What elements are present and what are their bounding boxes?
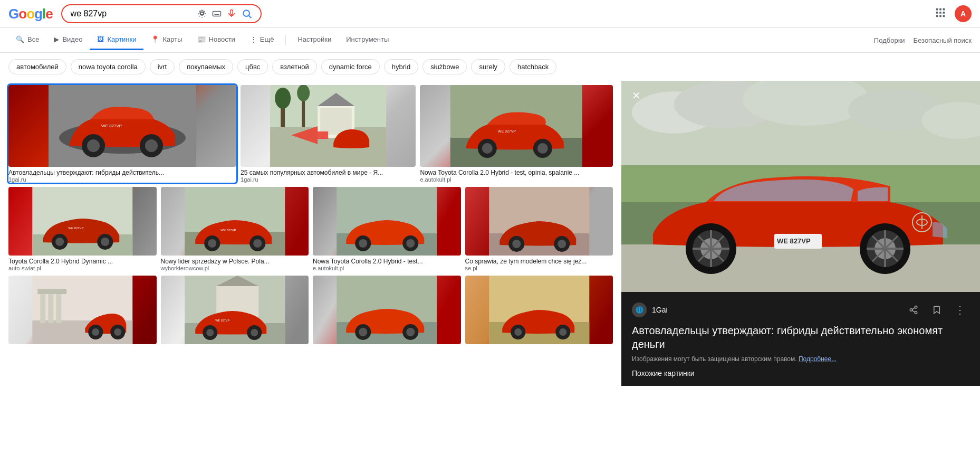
camera-search-button[interactable] [197,9,207,18]
image-thumb-2 [241,85,416,167]
chip-sluzbowe[interactable]: służbowe [422,59,467,74]
image-item-7[interactable]: Co sprawia, że tym modelem chce się jeź.… [465,187,613,271]
tab-news[interactable]: 📰 Новости [190,30,243,50]
tab-more[interactable]: ⋮ Ещё [243,30,282,50]
chip-pokupayemykh[interactable]: покупаемых [179,59,233,74]
logo-g2: g [34,6,42,22]
panel-image-area[interactable]: WE 827VP [621,81,980,292]
panel-copyright: Изображения могут быть защищены авторски… [632,355,969,363]
svg-point-93 [359,328,367,336]
news-tab-icon: 📰 [197,35,206,43]
panel-similar-link[interactable]: Похожие картинки [632,369,969,377]
image-item-4[interactable]: WE 827VP Toyota Corolla 2.0 Hybrid Dynam… [8,187,157,271]
collections-link[interactable]: Подборки [874,36,905,44]
tools-tab[interactable]: Инструменты [339,30,396,50]
logo-e: e [45,6,52,22]
image-thumb-6 [313,187,461,256]
svg-rect-15 [936,12,938,14]
image-row-2: WE 827VP Toyota Corolla 2.0 Hybrid Dynam… [8,187,613,271]
svg-rect-111 [621,244,980,292]
image-item-6[interactable]: Nowa Toyota Corolla 2.0 Hybrid - test...… [313,187,461,271]
tab-maps[interactable]: 📍 Карты [143,30,189,50]
svg-point-68 [512,240,521,248]
save-button[interactable] [927,300,946,319]
images-tab-icon: 🖼 [97,35,104,43]
image-thumb-4: WE 827VP [8,187,157,256]
svg-rect-13 [939,8,941,10]
image-item-2[interactable]: 25 самых популярных автомобилей в мире -… [241,85,416,183]
tab-images[interactable]: 🖼 Картинки [90,30,143,50]
svg-rect-12 [936,8,938,10]
panel-source-icon: 🌐 [632,303,647,317]
logo-g: G [8,6,18,22]
tab-video[interactable]: ▶ Видео [46,30,90,50]
keyboard-button[interactable] [212,9,222,18]
svg-text:WE 827VP: WE 827VP [498,129,516,133]
search-input[interactable] [71,9,193,18]
google-logo[interactable]: Google [8,6,53,22]
svg-point-99 [514,328,522,336]
share-button[interactable] [904,300,923,319]
caption-5: Nowy lider sprzedaży w Polsce. Pola... [161,258,309,265]
svg-rect-14 [943,8,945,10]
svg-point-86 [206,329,214,336]
apps-button[interactable] [935,7,946,21]
svg-text:WE 827VP: WE 827VP [220,229,236,232]
svg-rect-16 [939,12,941,14]
tab-all[interactable]: 🔍 Все [8,30,46,50]
image-item-9[interactable]: WE 827VP [161,276,309,344]
source-6: e.autokult.pl [313,265,461,271]
video-tab-icon: ▶ [54,35,59,43]
svg-rect-74 [48,291,53,323]
svg-point-57 [253,239,262,248]
svg-point-70 [558,240,566,248]
svg-rect-2 [213,12,220,16]
chip-cbvs[interactable]: цбвс [237,59,268,74]
header-right: A [935,5,972,22]
chip-ivrt[interactable]: ivrt [150,59,175,74]
svg-text:WE 827VP: WE 827VP [777,237,811,245]
chip-hybrid[interactable]: hybrid [384,59,418,74]
header: Google A [0,0,980,28]
image-item-5[interactable]: WE 827VP Nowy lider sprzedaży w Polsce. … [161,187,309,271]
image-grid: WE 827VP Автовладельцы утверждают: гибри… [0,81,621,386]
svg-point-26 [145,139,158,152]
chip-vzletnoy[interactable]: взлетной [272,59,317,74]
chip-surely[interactable]: surely [471,59,505,74]
panel-source-row: 🌐 1Gai ⋮ [632,300,969,319]
panel-source-name[interactable]: 1Gai [652,306,668,314]
svg-point-24 [87,139,100,152]
search-tab-icon: 🔍 [16,35,24,43]
search-bar[interactable] [61,4,262,23]
main-layout: WE 827VP Автовладельцы утверждают: гибри… [0,81,980,386]
safe-search-link[interactable]: Безопасный поиск [914,36,972,44]
copyright-link[interactable]: Подробнее... [799,355,837,363]
image-thumb-3: WE 827VP [420,85,613,167]
image-item-3[interactable]: WE 827VP Nowa Toyota Corolla 2.0 Hybrid … [420,85,613,183]
search-icon-group [197,8,252,19]
search-button[interactable] [242,8,252,19]
image-item-1[interactable]: WE 827VP Автовладельцы утверждают: гибри… [8,85,236,183]
chip-avtomobiley[interactable]: автомобилей [8,59,66,74]
chip-nowa-toyota[interactable]: nowa toyota corolla [71,59,146,74]
source-4: auto-swiat.pl [8,265,157,271]
svg-text:WE 827VP: WE 827VP [101,124,122,128]
avatar[interactable]: A [955,5,972,22]
settings-tab[interactable]: Настройки [290,30,339,50]
image-item-10[interactable] [313,276,461,344]
image-item-11[interactable] [465,276,613,344]
chip-hatchback[interactable]: hatchback [510,59,556,74]
image-item-8[interactable] [8,276,157,344]
nav-right: Подборки Безопасный поиск [874,36,972,44]
close-panel-button[interactable]: ✕ [628,87,645,104]
svg-rect-75 [56,291,61,323]
svg-rect-76 [37,289,66,294]
more-options-button[interactable]: ⋮ [950,300,969,319]
logo-o1: o [18,6,26,22]
chip-dynamic-force[interactable]: dynamic force [321,59,380,74]
svg-point-33 [297,85,310,101]
voice-search-button[interactable] [227,9,236,18]
tab-video-label: Видео [62,35,82,43]
image-thumb-1: WE 827VP [8,85,236,167]
tools-label: Инструменты [346,35,389,43]
